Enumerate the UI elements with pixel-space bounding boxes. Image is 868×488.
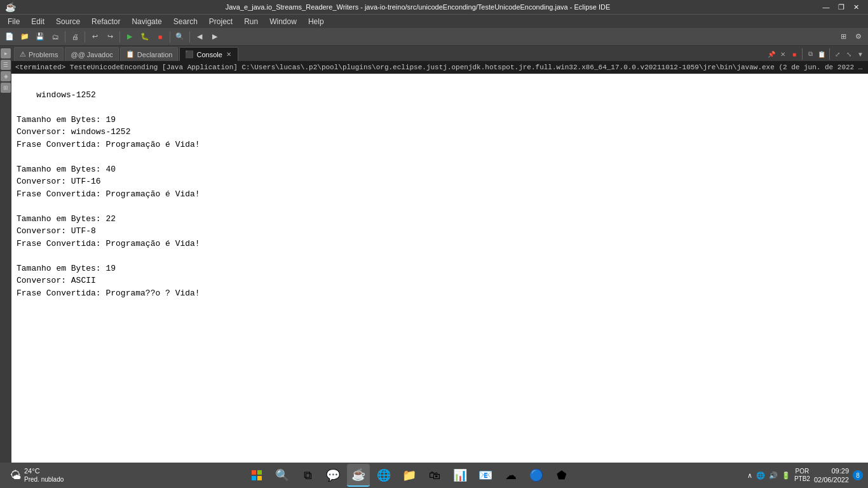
console-minimize-btn[interactable]: ⤡ [844,49,854,59]
toolbar-sep4 [170,31,170,43]
titlebar-controls: — ❐ ✕ [820,2,863,12]
console-paste-btn[interactable]: 📋 [817,49,827,59]
menu-edit[interactable]: Edit [26,15,50,28]
toolbar-nav-back[interactable]: ◀ [193,30,207,44]
console-clear-btn[interactable]: ✕ [778,49,788,59]
menu-run[interactable]: Run [239,15,263,28]
taskbar-teams[interactable]: 💬 [322,464,344,487]
taskbar: 🌤 24°C Pred. nublado 🔍 ⧉ 💬 ☕ 🌐 📁 🛍 📊 📧 ☁… [0,463,868,488]
main-panel: ⚠ Problems @ @ Javadoc 📋 Declaration ⬛ C… [11,46,868,463]
taskbar-office[interactable]: 📊 [449,464,471,487]
tab-problems[interactable]: ⚠ Problems [14,47,64,61]
declaration-icon: 📋 [126,50,135,58]
taskbar-weather: 🌤 24°C Pred. nublado [5,467,69,483]
systray-network: 🌐 [756,471,765,480]
lang-line2: PTB2 [794,475,810,483]
panel-sep1 [802,48,803,60]
taskbar-eclipse2[interactable]: ⬟ [550,464,573,487]
toolbar-perspective[interactable]: ⊞ [836,30,850,44]
tab-console[interactable]: ⬛ Console ✕ [179,47,238,61]
notification-badge[interactable]: 8 [853,470,863,480]
taskbar-browser2[interactable]: 🔵 [525,464,548,487]
taskbar-eclipse[interactable]: ☕ [347,464,370,487]
weather-desc: Pred. nublado [24,476,64,484]
weather-temp: 24°C [24,467,64,475]
svg-rect-3 [257,476,262,480]
lang-line1: POR [796,468,810,475]
menu-window[interactable]: Window [264,15,302,28]
console-copy-btn[interactable]: ⧉ [805,49,815,59]
systray-volume: 🔊 [769,471,778,480]
console-maximize-btn[interactable]: ⤢ [832,49,843,59]
taskbar-edge[interactable]: 🌐 [372,464,395,487]
taskbar-clock: 09:29 02/06/2022 [814,466,849,485]
toolbar-sep1 [65,31,65,43]
toolbar-row1: 📄 📁 💾 🗂 🖨 ↩ ↪ ▶ 🐛 ■ 🔍 ◀ ▶ ⊞ ⚙ [0,28,868,46]
toolbar-sep5 [189,31,190,43]
toolbar-nav-fwd[interactable]: ▶ [208,30,222,44]
taskbar-outlook[interactable]: 📧 [474,464,497,487]
toolbar-print[interactable]: 🖨 [68,30,82,44]
tab-javadoc-label: @ Javadoc [78,51,113,58]
toolbar-right: ⊞ ⚙ [836,30,865,44]
toolbar-save[interactable]: 💾 [33,30,47,44]
menu-source[interactable]: Source [51,15,85,28]
systray-battery: 🔋 [782,471,790,480]
console-path-bar: <terminated> TesteUnicodeEnconding [Java… [11,61,868,74]
console-stop-btn[interactable]: ■ [789,49,799,59]
titlebar-title: Java_e_java.io_Streams_Readere_Writers -… [226,3,611,11]
menu-search[interactable]: Search [168,15,203,28]
toolbar-open[interactable]: 📁 [18,30,32,44]
minimize-button[interactable]: — [820,2,832,12]
console-menu-btn[interactable]: ▼ [855,49,865,59]
toolbar-settings[interactable]: ⚙ [851,30,865,44]
toolbar-debug[interactable]: 🐛 [138,30,152,44]
svg-rect-1 [257,470,262,475]
menu-refactor[interactable]: Refactor [86,15,125,28]
sidebar-icon-1[interactable]: ▸ [1,48,11,58]
sidebar-icon-4[interactable]: ⊞ [1,83,11,93]
toolbar-sep2 [85,31,85,43]
toolbar-redo[interactable]: ↪ [103,30,117,44]
menu-navigate[interactable]: Navigate [126,15,166,28]
sidebar-icon-3[interactable]: ◈ [1,71,11,81]
toolbar-search[interactable]: 🔍 [173,30,187,44]
menu-help[interactable]: Help [303,15,329,28]
panel-icons-right: 📌 ✕ ■ ⧉ 📋 ⤢ ⤡ ▼ [766,48,865,61]
tab-problems-label: Problems [29,51,58,58]
console-output: windows-1252 Tamanho em Bytes: 19 Conver… [11,74,868,463]
taskbar-apps: 🔍 ⧉ 💬 ☕ 🌐 📁 🛍 📊 📧 ☁ 🔵 ⬟ [74,464,745,487]
toolbar-undo[interactable]: ↩ [88,30,102,44]
taskbar-store[interactable]: 🛍 [423,464,446,487]
taskbar-start-button[interactable] [245,464,268,487]
weather-text: 24°C Pred. nublado [24,467,64,483]
systray-arrow[interactable]: ∧ [747,471,752,480]
toolbar-new[interactable]: 📄 [3,30,17,44]
tab-declaration-label: Declaration [137,51,173,58]
tab-declaration[interactable]: 📋 Declaration [120,47,179,61]
console-pin-btn[interactable]: 📌 [766,49,776,59]
taskbar-taskview[interactable]: ⧉ [296,464,319,487]
menu-file[interactable]: File [3,15,25,28]
app-icon: ☕ [5,2,16,12]
console-close-button[interactable]: ✕ [225,51,233,58]
console-icon: ⬛ [185,50,194,58]
panel-tabs: ⚠ Problems @ @ Javadoc 📋 Declaration ⬛ C… [11,46,868,61]
titlebar: ☕ Java_e_java.io_Streams_Readere_Writers… [0,0,868,14]
close-button[interactable]: ✕ [850,2,863,12]
toolbar-stop[interactable]: ■ [153,30,167,44]
taskbar-fileexplorer[interactable]: 📁 [398,464,421,487]
weather-icon: 🌤 [10,469,22,482]
console-output-text: windows-1252 Tamanho em Bytes: 19 Conver… [17,90,200,298]
javadoc-icon: @ [71,51,78,58]
toolbar-save-all[interactable]: 🗂 [48,30,62,44]
svg-rect-2 [252,476,256,480]
taskbar-search-app[interactable]: 🔍 [271,464,294,487]
menu-project[interactable]: Project [204,15,238,28]
toolbar-run[interactable]: ▶ [123,30,137,44]
maximize-button[interactable]: ❐ [835,2,848,12]
tab-javadoc[interactable]: @ @ Javadoc [65,47,118,61]
sidebar-icon-2[interactable]: ☰ [1,60,11,70]
sidebar: ▸ ☰ ◈ ⊞ [0,46,11,463]
taskbar-onedrive[interactable]: ☁ [499,464,522,487]
